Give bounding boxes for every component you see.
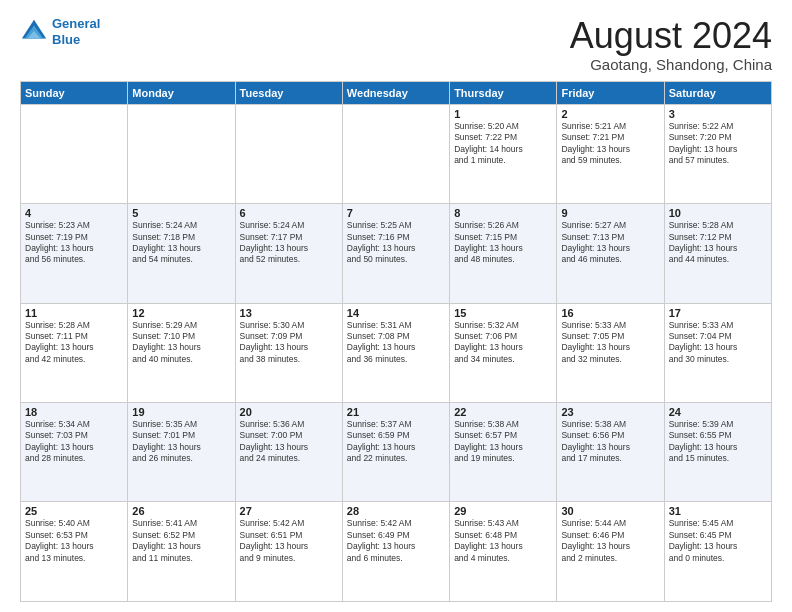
day-cell: 24Sunrise: 5:39 AM Sunset: 6:55 PM Dayli… [664,403,771,502]
day-info: Sunrise: 5:38 AM Sunset: 6:57 PM Dayligh… [454,419,552,465]
day-info: Sunrise: 5:35 AM Sunset: 7:01 PM Dayligh… [132,419,230,465]
day-number: 12 [132,307,230,319]
day-info: Sunrise: 5:27 AM Sunset: 7:13 PM Dayligh… [561,220,659,266]
location: Gaotang, Shandong, China [570,56,772,73]
day-info: Sunrise: 5:28 AM Sunset: 7:12 PM Dayligh… [669,220,767,266]
col-header-sunday: Sunday [21,81,128,104]
day-number: 8 [454,207,552,219]
day-number: 21 [347,406,445,418]
day-cell: 25Sunrise: 5:40 AM Sunset: 6:53 PM Dayli… [21,502,128,602]
day-cell [21,104,128,203]
day-cell: 22Sunrise: 5:38 AM Sunset: 6:57 PM Dayli… [450,403,557,502]
day-cell: 7Sunrise: 5:25 AM Sunset: 7:16 PM Daylig… [342,204,449,303]
week-row-1: 1Sunrise: 5:20 AM Sunset: 7:22 PM Daylig… [21,104,772,203]
day-info: Sunrise: 5:43 AM Sunset: 6:48 PM Dayligh… [454,518,552,564]
day-info: Sunrise: 5:28 AM Sunset: 7:11 PM Dayligh… [25,320,123,366]
day-cell: 4Sunrise: 5:23 AM Sunset: 7:19 PM Daylig… [21,204,128,303]
day-number: 29 [454,505,552,517]
col-header-friday: Friday [557,81,664,104]
day-number: 31 [669,505,767,517]
day-info: Sunrise: 5:31 AM Sunset: 7:08 PM Dayligh… [347,320,445,366]
day-number: 20 [240,406,338,418]
day-info: Sunrise: 5:38 AM Sunset: 6:56 PM Dayligh… [561,419,659,465]
day-number: 18 [25,406,123,418]
col-header-thursday: Thursday [450,81,557,104]
day-number: 30 [561,505,659,517]
day-cell: 28Sunrise: 5:42 AM Sunset: 6:49 PM Dayli… [342,502,449,602]
day-info: Sunrise: 5:25 AM Sunset: 7:16 PM Dayligh… [347,220,445,266]
day-cell: 8Sunrise: 5:26 AM Sunset: 7:15 PM Daylig… [450,204,557,303]
title-block: August 2024 Gaotang, Shandong, China [570,16,772,73]
week-row-5: 25Sunrise: 5:40 AM Sunset: 6:53 PM Dayli… [21,502,772,602]
day-number: 28 [347,505,445,517]
day-number: 24 [669,406,767,418]
day-cell: 2Sunrise: 5:21 AM Sunset: 7:21 PM Daylig… [557,104,664,203]
day-number: 22 [454,406,552,418]
header: General Blue August 2024 Gaotang, Shando… [20,16,772,73]
day-cell: 21Sunrise: 5:37 AM Sunset: 6:59 PM Dayli… [342,403,449,502]
day-info: Sunrise: 5:44 AM Sunset: 6:46 PM Dayligh… [561,518,659,564]
day-number: 19 [132,406,230,418]
week-row-2: 4Sunrise: 5:23 AM Sunset: 7:19 PM Daylig… [21,204,772,303]
day-number: 16 [561,307,659,319]
day-info: Sunrise: 5:39 AM Sunset: 6:55 PM Dayligh… [669,419,767,465]
day-cell [128,104,235,203]
week-row-3: 11Sunrise: 5:28 AM Sunset: 7:11 PM Dayli… [21,303,772,402]
day-cell: 20Sunrise: 5:36 AM Sunset: 7:00 PM Dayli… [235,403,342,502]
day-number: 3 [669,108,767,120]
col-header-tuesday: Tuesday [235,81,342,104]
day-number: 13 [240,307,338,319]
day-number: 25 [25,505,123,517]
day-info: Sunrise: 5:33 AM Sunset: 7:05 PM Dayligh… [561,320,659,366]
day-number: 27 [240,505,338,517]
day-info: Sunrise: 5:21 AM Sunset: 7:21 PM Dayligh… [561,121,659,167]
logo-line2: Blue [52,32,80,47]
day-cell: 3Sunrise: 5:22 AM Sunset: 7:20 PM Daylig… [664,104,771,203]
day-info: Sunrise: 5:24 AM Sunset: 7:18 PM Dayligh… [132,220,230,266]
logo-icon [20,18,48,46]
col-header-saturday: Saturday [664,81,771,104]
day-info: Sunrise: 5:30 AM Sunset: 7:09 PM Dayligh… [240,320,338,366]
day-cell: 5Sunrise: 5:24 AM Sunset: 7:18 PM Daylig… [128,204,235,303]
day-number: 26 [132,505,230,517]
logo-line1: General [52,16,100,31]
day-number: 14 [347,307,445,319]
day-cell [235,104,342,203]
day-number: 6 [240,207,338,219]
day-number: 9 [561,207,659,219]
logo: General Blue [20,16,100,47]
day-info: Sunrise: 5:22 AM Sunset: 7:20 PM Dayligh… [669,121,767,167]
day-cell: 17Sunrise: 5:33 AM Sunset: 7:04 PM Dayli… [664,303,771,402]
header-row: SundayMondayTuesdayWednesdayThursdayFrid… [21,81,772,104]
day-info: Sunrise: 5:40 AM Sunset: 6:53 PM Dayligh… [25,518,123,564]
calendar-table: SundayMondayTuesdayWednesdayThursdayFrid… [20,81,772,602]
day-cell: 19Sunrise: 5:35 AM Sunset: 7:01 PM Dayli… [128,403,235,502]
day-info: Sunrise: 5:26 AM Sunset: 7:15 PM Dayligh… [454,220,552,266]
day-info: Sunrise: 5:20 AM Sunset: 7:22 PM Dayligh… [454,121,552,167]
week-row-4: 18Sunrise: 5:34 AM Sunset: 7:03 PM Dayli… [21,403,772,502]
day-cell: 1Sunrise: 5:20 AM Sunset: 7:22 PM Daylig… [450,104,557,203]
day-info: Sunrise: 5:32 AM Sunset: 7:06 PM Dayligh… [454,320,552,366]
day-cell: 23Sunrise: 5:38 AM Sunset: 6:56 PM Dayli… [557,403,664,502]
day-cell: 27Sunrise: 5:42 AM Sunset: 6:51 PM Dayli… [235,502,342,602]
day-cell: 16Sunrise: 5:33 AM Sunset: 7:05 PM Dayli… [557,303,664,402]
day-info: Sunrise: 5:24 AM Sunset: 7:17 PM Dayligh… [240,220,338,266]
day-number: 2 [561,108,659,120]
day-info: Sunrise: 5:37 AM Sunset: 6:59 PM Dayligh… [347,419,445,465]
day-cell: 10Sunrise: 5:28 AM Sunset: 7:12 PM Dayli… [664,204,771,303]
day-cell [342,104,449,203]
day-cell: 15Sunrise: 5:32 AM Sunset: 7:06 PM Dayli… [450,303,557,402]
day-info: Sunrise: 5:42 AM Sunset: 6:49 PM Dayligh… [347,518,445,564]
month-title: August 2024 [570,16,772,56]
day-info: Sunrise: 5:29 AM Sunset: 7:10 PM Dayligh… [132,320,230,366]
day-number: 11 [25,307,123,319]
col-header-monday: Monday [128,81,235,104]
day-cell: 29Sunrise: 5:43 AM Sunset: 6:48 PM Dayli… [450,502,557,602]
day-info: Sunrise: 5:45 AM Sunset: 6:45 PM Dayligh… [669,518,767,564]
day-cell: 9Sunrise: 5:27 AM Sunset: 7:13 PM Daylig… [557,204,664,303]
day-cell: 18Sunrise: 5:34 AM Sunset: 7:03 PM Dayli… [21,403,128,502]
page: General Blue August 2024 Gaotang, Shando… [0,0,792,612]
col-header-wednesday: Wednesday [342,81,449,104]
day-cell: 14Sunrise: 5:31 AM Sunset: 7:08 PM Dayli… [342,303,449,402]
day-cell: 26Sunrise: 5:41 AM Sunset: 6:52 PM Dayli… [128,502,235,602]
